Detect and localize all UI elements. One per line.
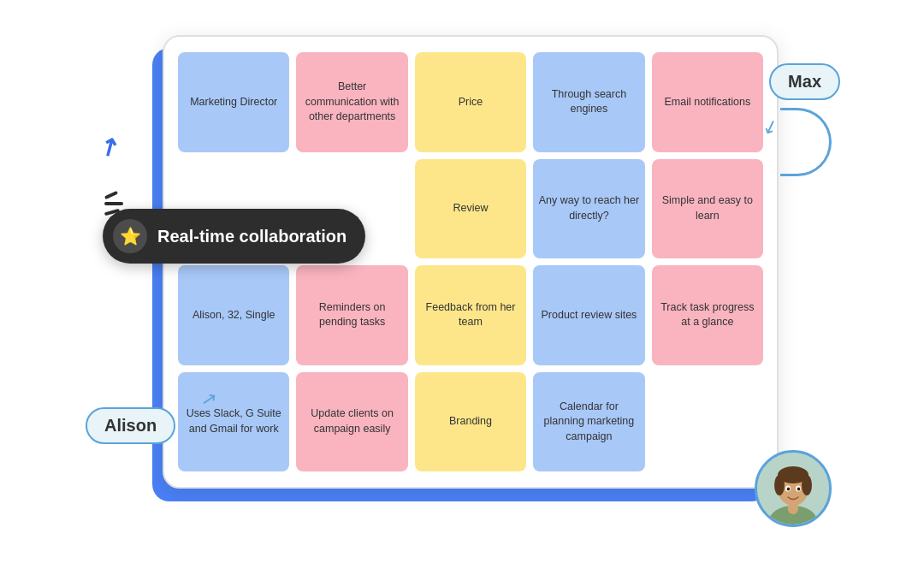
sticky-cell-2-4: Track task progress at a glance bbox=[652, 265, 763, 365]
avatar bbox=[755, 450, 832, 527]
avatar-svg bbox=[757, 453, 829, 525]
sticky-cell-0-4: Email notifications bbox=[652, 52, 763, 152]
sticky-cell-2-1: Reminders on pending tasks bbox=[296, 265, 407, 365]
grid-row-3: Uses Slack, G Suite and Gmail for workUp… bbox=[178, 372, 763, 472]
svg-point-9 bbox=[787, 488, 791, 491]
svg-point-6 bbox=[802, 475, 812, 495]
collab-badge-text: Real-time collaboration bbox=[157, 227, 346, 246]
svg-point-10 bbox=[797, 488, 801, 491]
scene: Marketing DirectorBetter communication w… bbox=[51, 22, 873, 553]
sticky-cell-0-0: Marketing Director bbox=[178, 52, 289, 152]
grid-row-2: Alison, 32, SingleReminders on pending t… bbox=[178, 265, 763, 365]
dash-1 bbox=[104, 191, 118, 199]
sticky-cell-2-0: Alison, 32, Single bbox=[178, 265, 289, 365]
sticky-cell-2-3: Product review sites bbox=[533, 265, 644, 365]
sticky-cell-3-1: Update clients on campaign easily bbox=[296, 372, 407, 472]
arc-decoration bbox=[780, 108, 832, 176]
sticky-cell-1-4: Simple and easy to learn bbox=[652, 159, 763, 259]
sticky-cell-3-0: Uses Slack, G Suite and Gmail for work bbox=[178, 372, 289, 472]
svg-point-5 bbox=[774, 475, 785, 495]
sticky-cell-0-2: Price bbox=[415, 52, 526, 152]
sticky-cell-3-2: Branding bbox=[415, 372, 526, 472]
max-label: Max bbox=[769, 63, 840, 100]
alison-label: Alison bbox=[86, 407, 175, 444]
sticky-cell-3-3: Calendar for planning marketing campaign bbox=[533, 372, 644, 472]
sticky-cell-2-2: Feedback from her team bbox=[415, 265, 526, 365]
sticky-cell-3-4 bbox=[652, 372, 763, 472]
sticky-cell-0-1: Better communication with other departme… bbox=[296, 52, 407, 152]
sticky-cell-1-3: Any way to reach her directly? bbox=[533, 159, 644, 259]
grid-row-0: Marketing DirectorBetter communication w… bbox=[178, 52, 763, 152]
sticky-cell-1-2: Review bbox=[415, 159, 526, 259]
arrow-decoration-left: ↗ bbox=[93, 130, 124, 164]
collab-badge: ⭐ Real-time collaboration bbox=[103, 209, 365, 264]
star-icon: ⭐ bbox=[113, 219, 147, 253]
dash-2 bbox=[104, 202, 123, 205]
sticky-cell-0-3: Through search engines bbox=[533, 52, 644, 152]
